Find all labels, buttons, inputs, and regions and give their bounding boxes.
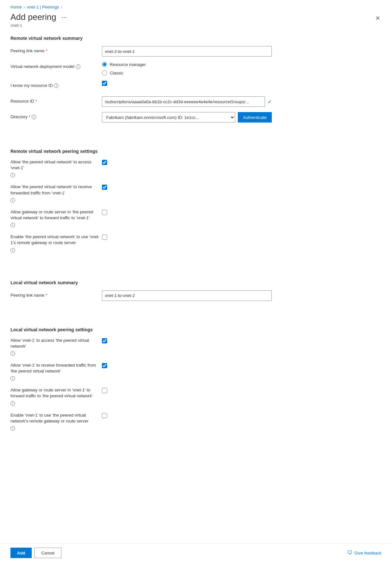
directory-info-icon[interactable]: i [32,115,36,119]
feedback-label: Give feedback [354,551,382,555]
cancel-button[interactable]: Cancel [34,548,61,558]
resource-id-required: * [35,98,37,104]
local-peering-link-input[interactable] [102,290,272,301]
directory-required: * [29,114,30,120]
remote-setting-4-info-icon[interactable]: i [10,248,15,253]
deployment-model-row: Virtual network deployment model i Resou… [10,62,382,75]
close-button[interactable]: ✕ [374,13,382,23]
deployment-model-info-icon[interactable]: i [76,64,80,69]
feedback-link[interactable]: 🗨 Give feedback [347,550,382,556]
deployment-model-control: Resource manager Classic [102,62,382,75]
know-resource-id-checkbox[interactable] [102,81,107,86]
local-setting-3-label: Allow gateway or route server in 'vnet-1… [10,387,102,405]
local-peering-link-required: * [46,292,47,298]
local-setting-4-label: Enable 'vnet-1' to use 'the peered virtu… [10,412,102,431]
remote-setting-2-label: Allow 'the peered virtual network' to re… [10,184,102,202]
local-setting-2-row: Allow 'vnet-1' to receive forwarded traf… [10,362,382,381]
breadcrumb-peerings[interactable]: vnet-1 | Peerings [27,5,59,9]
remote-setting-1-info-icon[interactable]: i [10,173,15,177]
required-indicator: * [46,48,47,54]
remote-setting-1-label: Allow 'the peered virtual network' to ac… [10,159,102,177]
local-peering-settings-title: Local virtual network peering settings [10,327,382,332]
remote-peering-link-control [102,46,382,57]
radio-classic[interactable]: Classic [102,70,382,75]
remote-setting-3-info-icon[interactable]: i [10,223,15,227]
ellipsis-button[interactable]: ··· [59,13,69,22]
local-peering-link-row: Peering link name * [10,290,382,301]
local-setting-2-info-icon[interactable]: i [10,376,15,381]
main-content: Remote virtual network summary Peering l… [10,36,382,463]
local-setting-3-checkbox[interactable] [102,388,107,393]
local-peering-link-label: Peering link name * [10,290,102,298]
breadcrumb-home[interactable]: Home [10,5,22,9]
local-setting-2-label: Allow 'vnet-1' to receive forwarded traf… [10,362,102,381]
remote-peering-link-input[interactable] [102,46,272,57]
remote-setting-4-label: Enable 'the peered virtual network' to u… [10,234,102,252]
add-button[interactable]: Add [10,548,32,558]
directory-input-row: Fabrikam (fabrikam.onmicrosoft.com) ID: … [102,112,272,123]
local-setting-2-checkbox[interactable] [102,363,107,368]
remote-setting-1-checkbox[interactable] [102,160,107,165]
local-peering-link-control [102,290,382,301]
know-resource-id-row: I know my resource ID i [10,81,382,91]
remote-setting-4-control [102,234,107,241]
remote-summary-title: Remote virtual network summary [10,36,382,41]
remote-setting-2-info-icon[interactable]: i [10,198,15,203]
resource-id-control: ✓ [102,96,382,107]
directory-row: Directory * i Fabrikam (fabrikam.onmicro… [10,112,382,123]
radio-classic-label: Classic [110,71,123,75]
remote-setting-3-label: Allow gateway or route server in 'the pe… [10,209,102,227]
resource-id-row: Resource ID * ✓ [10,96,382,107]
footer-bar: Add Cancel 🗨 Give feedback [0,543,392,562]
breadcrumb-chevron2: › [61,5,62,9]
page-subtitle: vnet-1 [10,23,69,28]
resource-id-input[interactable] [102,96,265,107]
local-setting-4-info-icon[interactable]: i [10,426,15,431]
local-setting-1-info-icon[interactable]: i [10,351,15,356]
radio-resource-manager[interactable]: Resource manager [102,62,382,67]
remote-setting-1-row: Allow 'the peered virtual network' to ac… [10,159,382,177]
remote-setting-4-row: Enable 'the peered virtual network' to u… [10,234,382,252]
resource-id-input-row: ✓ [102,96,272,107]
resource-id-valid-icon: ✓ [268,99,272,105]
resource-id-label: Resource ID * [10,96,102,104]
radio-resource-manager-label: Resource manager [110,62,146,67]
remote-peering-link-row: Peering link name * [10,46,382,57]
remote-peering-settings-title: Remote virtual network peering settings [10,149,382,154]
local-setting-2-control [102,362,107,369]
local-setting-1-label: Allow 'vnet-1' to access 'the peered vir… [10,338,102,356]
directory-label: Directory * i [10,112,102,120]
radio-classic-input[interactable] [102,70,107,75]
local-setting-4-control [102,412,107,419]
breadcrumb-chevron1: › [24,5,25,9]
local-setting-3-control [102,387,107,394]
remote-setting-2-control [102,184,107,191]
local-setting-1-row: Allow 'vnet-1' to access 'the peered vir… [10,338,382,356]
directory-select[interactable]: Fabrikam (fabrikam.onmicrosoft.com) ID: … [102,112,235,123]
page-header: Add peering ··· vnet-1 ✕ [10,12,382,28]
remote-setting-1-control [102,159,107,166]
know-resource-id-info-icon[interactable]: i [54,83,58,88]
local-setting-4-row: Enable 'vnet-1' to use 'the peered virtu… [10,412,382,431]
local-setting-3-row: Allow gateway or route server in 'vnet-1… [10,387,382,405]
remote-setting-2-checkbox[interactable] [102,185,107,190]
local-setting-1-control [102,338,107,344]
page-title-area: Add peering ··· vnet-1 [10,12,69,28]
remote-setting-4-checkbox[interactable] [102,235,107,240]
radio-resource-manager-input[interactable] [102,62,107,67]
authenticate-button[interactable]: Authenticate [238,112,272,123]
local-setting-4-checkbox[interactable] [102,413,107,418]
local-summary-title: Local virtual network summary [10,280,382,285]
remote-setting-3-row: Allow gateway or route server in 'the pe… [10,209,382,227]
deployment-model-label: Virtual network deployment model i [10,62,102,70]
breadcrumb: Home › vnet-1 | Peerings › [10,0,382,12]
directory-control: Fabrikam (fabrikam.onmicrosoft.com) ID: … [102,112,382,123]
deployment-model-radio-group: Resource manager Classic [102,62,382,75]
local-setting-1-checkbox[interactable] [102,338,107,343]
know-resource-id-label: I know my resource ID i [10,81,102,89]
local-setting-3-info-icon[interactable]: i [10,401,15,406]
remote-setting-3-checkbox[interactable] [102,210,107,215]
remote-setting-2-row: Allow 'the peered virtual network' to re… [10,184,382,202]
page-title: Add peering [10,12,56,22]
footer-actions: Add Cancel [10,548,61,558]
